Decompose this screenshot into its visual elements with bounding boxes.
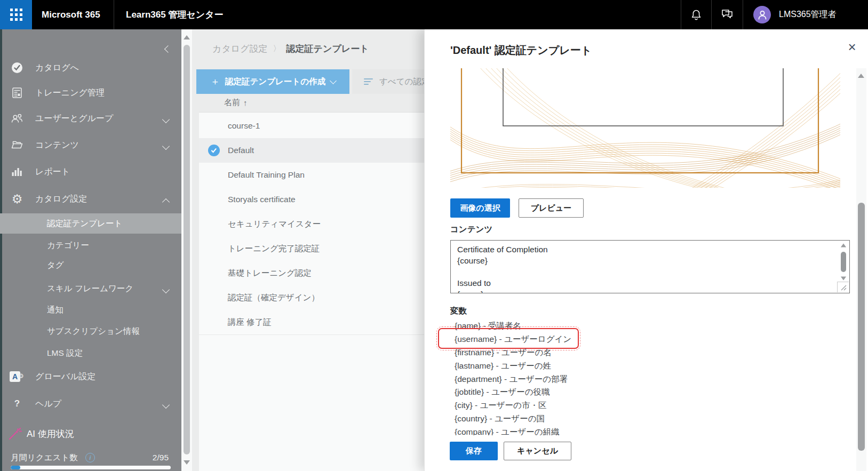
app-launcher-button[interactable] [0,0,32,29]
sidebar-item-global-settings[interactable]: A ⚙ グローバル設定 [0,366,181,387]
app-title: Learn365 管理センター [126,0,224,29]
folder-icon [10,138,24,152]
feedback-chat-icon[interactable] [721,9,733,21]
scroll-up-arrow[interactable] [841,244,846,248]
sidebar-subitem-categories[interactable]: カテゴリー [0,235,181,256]
breadcrumb-parent[interactable]: カタログ設定 [212,43,268,55]
breadcrumb-current: 認定証テンプレート [286,43,369,55]
sidebar-item-catalog-settings[interactable]: ⚙ カタログ設定 [0,188,181,210]
content-textarea[interactable]: Certificate of Completion {course} Issue… [450,240,850,293]
topbar-divider [681,0,681,29]
sidebar-subitem-notifications[interactable]: 通知 [0,299,181,321]
topbar-divider [711,0,712,29]
variable-lastname: {lastname} - ユーザーの姓 [455,361,551,372]
scroll-up-arrow[interactable] [858,74,864,78]
waffle-icon [10,9,22,21]
textarea-scrollbar[interactable] [838,241,849,283]
sidebar-collapse-button[interactable] [0,34,181,55]
sort-ascending-icon: ↑ [243,98,248,107]
scroll-down-arrow[interactable] [841,277,846,281]
save-button[interactable]: 保存 [450,442,498,460]
create-certificate-template-button[interactable]: ＋ 認定証テンプレートの作成 [196,69,349,94]
close-icon[interactable]: × [844,39,860,55]
learn365-admin-screen: Microsoft 365 Learn365 管理センター LMS365管理者 [0,0,868,471]
content-label: コンテンツ [450,224,492,235]
column-header-name[interactable]: 名前 ↑ [224,93,248,112]
notifications-bell-icon[interactable] [690,9,702,21]
user-avatar[interactable] [753,6,771,23]
sidebar-item-training-management[interactable]: トレーニング管理 [0,82,181,103]
sidebar-subitem-skill-frameworks[interactable]: スキル フレームワーク [0,278,181,299]
resize-grip-icon[interactable] [837,282,849,292]
variable-department: {department} - ユーザーの部署 [455,374,568,385]
small-gear-icon: ⚙ [18,372,24,380]
panel-title: 'Default' 認定証テンプレート [450,43,592,58]
top-bar: Microsoft 365 Learn365 管理センター LMS365管理者 [0,0,868,29]
select-image-button[interactable]: 画像の選択 [450,198,510,218]
certificate-template-detail-panel: 'Default' 認定証テンプレート × [424,29,868,471]
cancel-button[interactable]: キャンセル [504,442,571,460]
variables-label: 変数 [450,306,467,317]
sidebar-subitem-tags[interactable]: タグ [0,254,181,276]
sidebar-item-help[interactable]: ? ヘルプ [0,393,181,414]
variable-firstname: {firstname} - ユーザーの名 [455,347,552,358]
monthly-requests-row: 月間リクエスト数 i 2/95 [0,450,181,466]
variable-username-highlighted: {username} - ユーザーログイン [455,334,571,345]
document-icon [10,86,24,100]
topbar-divider [114,0,114,29]
gear-icon: ⚙ [10,192,24,206]
person-icon [756,9,768,21]
sidebar-item-users-groups[interactable]: ユーザーとグループ [0,108,181,129]
people-icon [10,111,24,125]
monthly-requests-value: 2/95 [153,453,169,462]
page-scrollbar[interactable] [181,29,192,471]
chevron-down-icon [162,116,170,123]
topbar-divider [743,0,743,29]
chevron-down-icon [162,401,170,409]
ai-usage-progress-fill [11,466,20,469]
info-icon[interactable]: i [85,453,95,462]
ai-usage-progress-bar [11,466,171,469]
chevron-down-icon [162,142,170,150]
filter-lines-icon [364,78,373,85]
variable-company-clipped: {company} - ユーザーの組織 [455,427,560,435]
magic-wand-icon [7,426,22,444]
scrollbar-thumb[interactable] [858,203,865,451]
chevron-left-icon [164,45,172,53]
scrollbar-thumb[interactable] [184,45,190,454]
variable-city: {city} - ユーザーの市・区 [455,400,546,411]
chevron-up-icon [162,198,170,206]
breadcrumb-separator: 〉 [273,44,281,54]
question-mark-icon: ? [10,397,24,411]
variable-country: {country} - ユーザーの国 [455,413,545,425]
breadcrumb: カタログ設定 〉 認定証テンプレート [212,43,369,55]
sidebar: カタログへ トレーニング管理 ユーザーとグループ コンテンツ [0,29,181,471]
catalog-check-icon [10,61,24,75]
preview-button[interactable]: プレビュー [519,198,584,218]
scrollbar-thumb[interactable] [841,252,846,272]
variable-name: {name} - 受講者名 [455,321,521,332]
chevron-down-icon [162,286,170,293]
sidebar-subitem-certificate-templates[interactable]: 認定証テンプレート [0,213,181,234]
plus-icon: ＋ [210,75,220,88]
panel-scrollbar[interactable] [856,68,866,471]
sidebar-subitem-subscription-info[interactable]: サブスクリプション情報 [0,321,181,342]
certificate-image-preview[interactable] [450,68,840,188]
variable-jobtitle: {jobtitle} - ユーザーの役職 [455,387,550,398]
chevron-down-icon [330,77,337,84]
user-name[interactable]: LMS365管理者 [779,0,837,29]
bar-chart-icon [10,165,24,179]
brand-title[interactable]: Microsoft 365 [42,0,100,29]
content-text: Certificate of Completion {course} Issue… [457,244,833,293]
scroll-down-arrow[interactable] [184,460,190,465]
sidebar-item-catalog[interactable]: カタログへ [0,57,181,78]
sidebar-item-content[interactable]: コンテンツ [0,134,181,156]
sidebar-item-reports[interactable]: レポート [0,161,181,182]
scroll-up-arrow[interactable] [184,35,190,39]
sidebar-subitem-lms-settings[interactable]: LMS 設定 [0,342,181,364]
selected-check-icon [208,145,220,156]
sidebar-item-ai-usage[interactable]: AI 使用状況 [0,424,181,443]
